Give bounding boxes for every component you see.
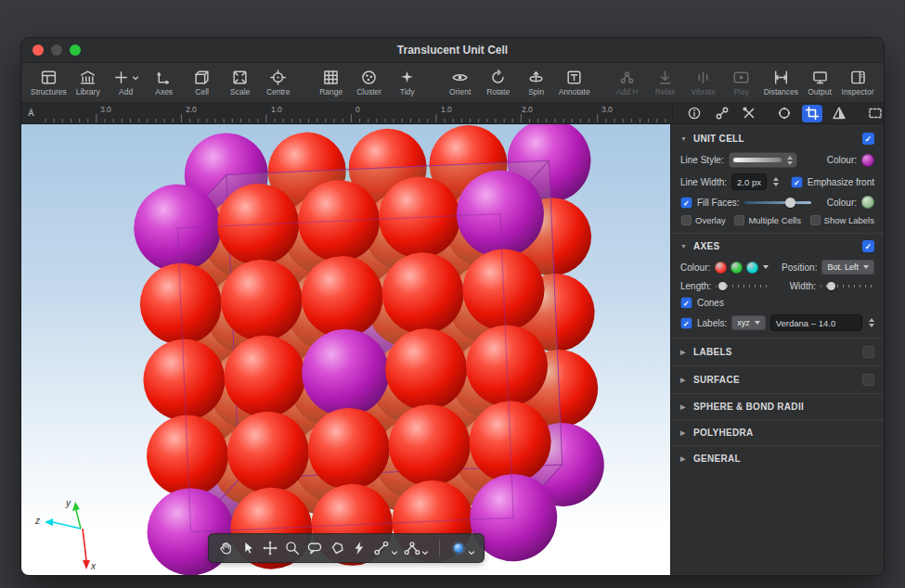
angle-tool-button[interactable]	[404, 540, 429, 556]
toolbar-item-vibrate: Vibrate	[685, 69, 722, 96]
atom-tool-button[interactable]	[450, 540, 475, 556]
toolbar-item-centre[interactable]: Centre	[260, 69, 297, 96]
orbit-button[interactable]	[774, 105, 795, 122]
annotate-icon	[565, 69, 583, 86]
axes-position-value: Bot. Left	[827, 262, 859, 272]
cones-checkbox[interactable]: ✓	[681, 298, 692, 309]
disclosure-closed-icon: ▶	[680, 403, 688, 411]
axis-colour-swatch-0[interactable]	[715, 262, 727, 274]
info-button[interactable]	[684, 105, 705, 122]
fill-colour-swatch[interactable]	[861, 196, 874, 209]
viewport-3d[interactable]: z y x	[21, 124, 670, 575]
multiple-cells-label: Multiple Cells	[748, 215, 801, 225]
axes-visible-checkbox[interactable]: ✓	[862, 240, 874, 252]
select-arrow-button[interactable]	[239, 540, 256, 556]
toolbar-item-scale[interactable]: Scale	[222, 69, 259, 96]
axes-size-row: Length: Width:	[671, 277, 884, 294]
toolbar-item-add[interactable]: Add	[108, 69, 145, 96]
toolbar-item-library[interactable]: Library	[70, 69, 107, 96]
labels-visible-checkbox[interactable]	[862, 346, 874, 358]
toolbar-item-tidy[interactable]: Tidy	[389, 69, 426, 96]
fill-faces-checkbox[interactable]: ✓	[681, 197, 692, 208]
axes-length-label: Length:	[680, 281, 711, 291]
lightning-button[interactable]	[351, 540, 368, 556]
section-header-sphere-bond-radii[interactable]: ▶ SPHERE & BOND RADII	[671, 393, 884, 419]
fill-opacity-slider[interactable]	[744, 197, 811, 208]
axes-labels-dropdown[interactable]: xyz	[731, 315, 766, 330]
orientation-axes: z y x	[29, 486, 122, 571]
chevron-down-icon[interactable]	[763, 265, 769, 269]
scale-icon	[231, 69, 249, 86]
fill-faces-row: ✓ Fill Faces: Colour:	[671, 193, 884, 211]
toolbar-item-annotate[interactable]: Annotate	[556, 69, 593, 96]
toolbar-item-rotate[interactable]: Rotate	[480, 69, 517, 96]
unit-cell-section: ▼ UNIT CELL ✓ Line Style: Colour:	[671, 126, 884, 233]
close-button[interactable]	[32, 45, 44, 56]
overlay-checkbox[interactable]	[681, 215, 692, 225]
toolbar-item-label: Spin	[528, 87, 544, 96]
toolbar-item-play: Play	[723, 69, 760, 96]
toolbar-item-spin[interactable]: Spin	[518, 69, 555, 96]
polygon-select-button[interactable]	[329, 540, 345, 556]
line-width-field[interactable]: 2.0 px	[731, 173, 767, 190]
bond-tool-button[interactable]	[373, 540, 398, 556]
line-colour-swatch[interactable]	[861, 154, 874, 167]
toolbar-item-structures[interactable]: Structures	[29, 69, 69, 96]
toolbar-item-label: Orient	[449, 87, 471, 96]
multiple-cells-checkbox[interactable]	[734, 215, 744, 225]
section-header-general[interactable]: ▶ GENERAL	[671, 445, 884, 471]
zoom-button[interactable]	[284, 540, 301, 556]
bonds-button[interactable]	[711, 105, 731, 122]
line-width-row: Line Width: 2.0 px ✓ Emphasize front	[671, 171, 884, 193]
surface-button[interactable]	[829, 105, 849, 122]
traffic-lights	[32, 45, 81, 56]
tools-button[interactable]	[739, 105, 759, 122]
section-title: AXES	[693, 241, 719, 251]
pan-hand-button[interactable]	[217, 540, 234, 556]
axes-width-label: Width:	[790, 281, 816, 291]
toolbar-item-distances[interactable]: Distances	[762, 69, 800, 96]
axes-font-stepper[interactable]	[869, 318, 874, 327]
section-title: GENERAL	[693, 454, 741, 464]
library-icon	[79, 69, 97, 86]
axes-length-slider[interactable]	[716, 280, 769, 291]
move-button[interactable]	[262, 540, 278, 556]
toolbar-item-range[interactable]: Range	[313, 69, 350, 96]
toolbar-item-output[interactable]: Output	[801, 69, 838, 96]
surface-visible-checkbox[interactable]	[862, 374, 874, 386]
axis-colour-swatch-1[interactable]	[730, 262, 743, 274]
zoom-button[interactable]	[70, 45, 81, 56]
line-width-stepper[interactable]	[773, 177, 779, 186]
axes-font-field[interactable]: Verdana – 14.0	[770, 314, 862, 331]
toolbar-item-label: Add H	[616, 87, 639, 96]
axes-width-slider[interactable]	[821, 280, 874, 291]
marquee-button[interactable]	[865, 105, 885, 122]
line-style-stepper[interactable]	[787, 156, 793, 165]
line-style-combo[interactable]	[729, 152, 797, 168]
show-labels-checkbox[interactable]	[810, 215, 821, 225]
toolbar-item-cluster[interactable]: Cluster	[351, 69, 388, 96]
toolbar-item-inspector[interactable]: Inspector	[839, 69, 876, 96]
axes-labels-checkbox[interactable]: ✓	[681, 317, 692, 328]
section-header-polyhedra[interactable]: ▶ POLYHEDRA	[671, 419, 884, 445]
toolbar-item-orient[interactable]: Orient	[442, 69, 479, 96]
axes-position-dropdown[interactable]: Bot. Left	[821, 260, 874, 275]
toolbar-item-label: Play	[733, 87, 749, 96]
balloon-button[interactable]	[306, 540, 323, 556]
section-header-axes[interactable]: ▼ AXES ✓	[671, 234, 884, 257]
cones-label: Cones	[697, 298, 724, 308]
minimize-button[interactable]	[51, 45, 62, 56]
axes-colour-swatches[interactable]	[715, 262, 758, 274]
disclosure-closed-icon: ▶	[680, 429, 688, 437]
emphasize-front-checkbox[interactable]: ✓	[791, 176, 802, 187]
toolbar-item-cell[interactable]: Cell	[184, 69, 221, 96]
toolbar-item-axes[interactable]: Axes	[146, 69, 183, 96]
unit-cell-visible-checkbox[interactable]: ✓	[862, 133, 874, 145]
section-header-surface[interactable]: ▶ SURFACE	[671, 365, 884, 393]
axis-colour-swatch-2[interactable]	[746, 262, 758, 274]
section-header-unit-cell[interactable]: ▼ UNIT CELL ✓	[671, 126, 884, 149]
unit-cell-button[interactable]	[802, 105, 822, 122]
section-header-labels[interactable]: ▶ LABELS	[671, 338, 884, 365]
emphasize-front-label: Emphasize front	[808, 177, 874, 187]
toolbar-item-label: Scale	[230, 87, 250, 96]
